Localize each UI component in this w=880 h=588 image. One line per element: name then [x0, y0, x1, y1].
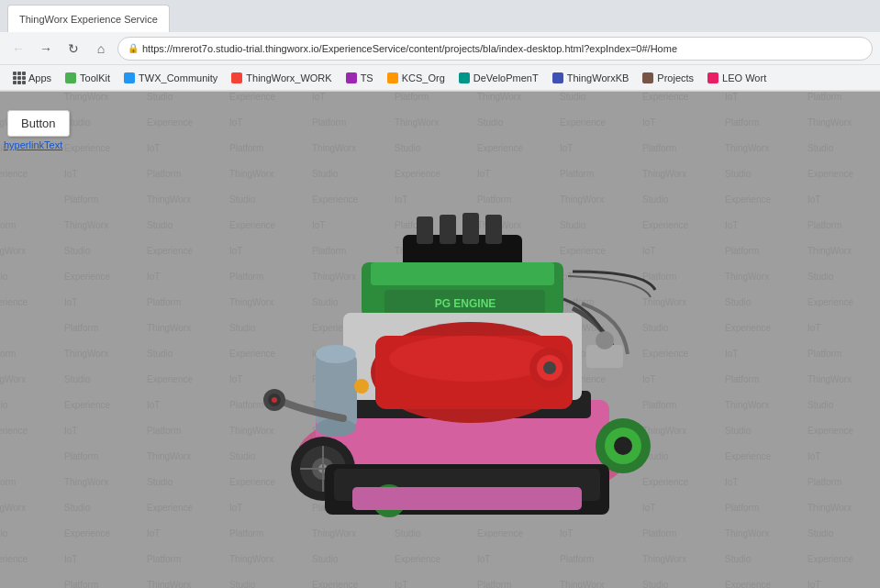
svg-rect-9	[371, 262, 554, 285]
bookmark-thingworxkb-label: ThingWorxKB	[567, 72, 629, 83]
tab-bar: ThingWorx Experience Service	[0, 0, 880, 32]
bookmark-projects-label: Projects	[657, 72, 694, 83]
development-favicon	[458, 72, 471, 84]
apps-favicon	[13, 72, 26, 84]
svg-rect-8	[485, 215, 502, 244]
twx-community-favicon	[123, 72, 136, 84]
bookmark-ts-label: TS	[361, 72, 373, 83]
home-button[interactable]: ⌂	[90, 38, 112, 60]
svg-point-18	[316, 418, 356, 437]
bookmark-thingworx-work-label: ThingWorx_WORK	[246, 72, 331, 83]
bookmarks-bar: Apps ToolKit TWX_Community ThingWorx_WOR…	[0, 65, 880, 91]
page-button[interactable]: Button	[7, 110, 70, 137]
svg-rect-6	[440, 215, 456, 244]
svg-text:PG ENGINE: PG ENGINE	[434, 297, 496, 310]
bookmark-leo-wort[interactable]: LEO Wort	[701, 70, 772, 86]
svg-rect-5	[417, 216, 433, 244]
bookmark-projects[interactable]: Projects	[636, 70, 699, 86]
address-bar: ← → ↻ ⌂ 🔒 https://mrerot7o.studio-trial.…	[0, 32, 880, 65]
svg-point-41	[272, 397, 277, 403]
reload-button[interactable]: ↻	[62, 38, 84, 60]
kcs-org-favicon	[386, 72, 399, 84]
bookmark-thingworx-work[interactable]: ThingWorx_WORK	[225, 70, 337, 86]
bookmark-toolkit-label: ToolKit	[80, 72, 110, 83]
browser-chrome: ThingWorx Experience Service ← → ↻ ⌂ 🔒 h…	[0, 0, 880, 92]
active-tab[interactable]: ThingWorx Experience Service	[7, 5, 170, 32]
svg-rect-35	[352, 487, 582, 510]
forward-button[interactable]: →	[35, 38, 57, 60]
url-bar[interactable]: 🔒 https://mrerot7o.studio-trial.thingwor…	[117, 37, 873, 61]
svg-point-17	[316, 345, 356, 363]
bookmark-development-label: DeVeloPmenT	[473, 72, 539, 83]
svg-point-30	[596, 331, 614, 349]
toolkit-favicon	[64, 72, 77, 84]
svg-point-38	[543, 361, 556, 374]
thingworx-work-favicon	[230, 72, 243, 84]
svg-point-19	[354, 379, 369, 394]
engine-container: PG ENGINE	[242, 143, 683, 538]
thingworxkb-favicon	[551, 72, 564, 84]
tab-title: ThingWorx Experience Service	[19, 14, 158, 25]
bookmark-leo-wort-label: LEO Wort	[722, 72, 766, 83]
bookmark-twx-community-label: TWX_Community	[139, 72, 217, 83]
bookmark-development[interactable]: DeVeloPmenT	[452, 70, 544, 86]
bookmark-kcs-org-label: KCS_Org	[402, 72, 445, 83]
svg-rect-7	[462, 213, 479, 244]
bookmark-twx-community[interactable]: TWX_Community	[117, 70, 223, 86]
lock-icon: 🔒	[128, 43, 139, 53]
projects-favicon	[641, 72, 654, 84]
bookmark-toolkit[interactable]: ToolKit	[59, 70, 116, 86]
back-button[interactable]: ←	[7, 38, 29, 60]
bookmark-apps[interactable]: Apps	[7, 70, 57, 86]
svg-point-15	[389, 336, 554, 382]
ts-favicon	[345, 72, 358, 84]
bookmark-ts[interactable]: TS	[340, 70, 379, 86]
url-text: https://mrerot7o.studio-trial.thingworx.…	[142, 43, 677, 54]
bookmark-apps-label: Apps	[28, 72, 51, 83]
page-content: // We'll generate watermark in the init …	[0, 92, 880, 588]
svg-point-28	[614, 437, 632, 455]
apps-grid-icon	[13, 72, 26, 84]
hyperlink-text[interactable]: hyperlinkText	[4, 139, 62, 150]
engine-svg: PG ENGINE	[242, 143, 683, 538]
leo-wort-favicon	[707, 72, 719, 84]
bookmark-kcs-org[interactable]: KCS_Org	[381, 70, 451, 86]
bookmark-thingworxkb[interactable]: ThingWorxKB	[546, 70, 635, 86]
